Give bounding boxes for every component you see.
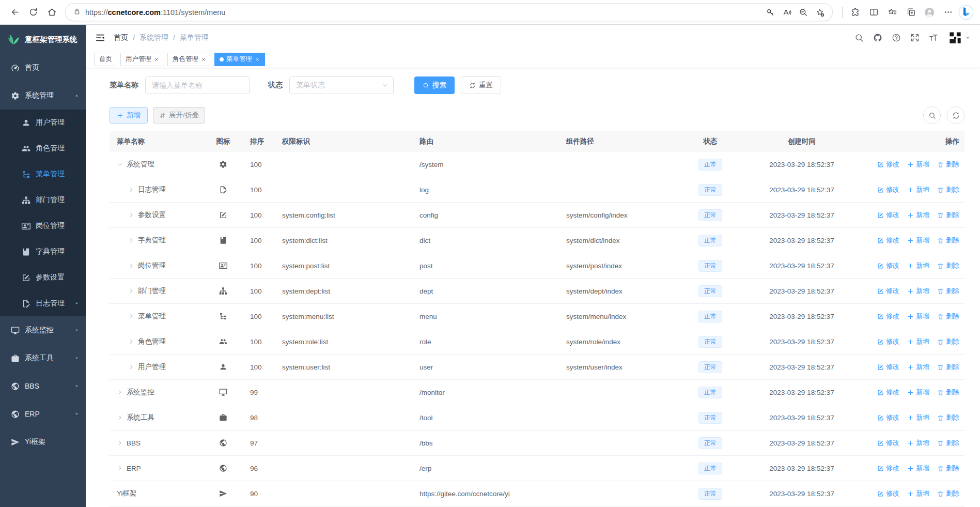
search-icon[interactable] [850, 29, 868, 47]
chevron-right-icon[interactable] [117, 440, 123, 446]
delete-action[interactable]: 删除 [937, 236, 959, 245]
sidebar-item-sys-tools[interactable]: 系统工具 [0, 344, 86, 372]
delete-action[interactable]: 删除 [937, 413, 959, 422]
profile-icon[interactable] [920, 3, 939, 22]
add-action[interactable]: 新增 [907, 438, 929, 448]
edit-action[interactable]: 修改 [877, 362, 899, 372]
delete-action[interactable]: 删除 [937, 489, 959, 498]
refresh-table-button[interactable] [947, 106, 965, 124]
edit-action[interactable]: 修改 [877, 438, 899, 448]
sidebar-item-erp[interactable]: ERP [0, 400, 86, 428]
question-icon[interactable] [888, 29, 905, 47]
add-action[interactable]: 新增 [907, 160, 929, 169]
split-icon[interactable] [864, 3, 883, 22]
delete-action[interactable]: 删除 [937, 464, 959, 473]
readaloud-icon[interactable] [779, 5, 795, 20]
tab-home[interactable]: 首页 [94, 53, 117, 66]
search-button[interactable]: 搜索 [414, 76, 455, 94]
edit-action[interactable]: 修改 [877, 185, 899, 194]
add-action[interactable]: 新增 [907, 261, 929, 270]
chevron-right-icon[interactable] [128, 364, 134, 370]
sidebar-item-yi-framework[interactable]: Yi框架 [0, 428, 86, 456]
delete-action[interactable]: 删除 [937, 210, 959, 220]
collections-icon[interactable] [901, 3, 920, 22]
breadcrumb-item[interactable]: 首页 [114, 33, 128, 42]
sidebar-item-sys-monitor[interactable]: 系统监控 [0, 316, 86, 344]
delete-action[interactable]: 删除 [937, 362, 959, 372]
chevron-right-icon[interactable] [117, 465, 123, 471]
sidebar-item-home[interactable]: 首页 [0, 54, 86, 82]
delete-action[interactable]: 删除 [937, 185, 959, 194]
more-icon[interactable] [939, 3, 957, 22]
user-avatar[interactable] [946, 29, 964, 47]
tab-user-mgmt[interactable]: 用户管理 [120, 53, 164, 66]
add-action[interactable]: 新增 [907, 388, 929, 397]
sidebar-item-post-mgmt[interactable]: 岗位管理 [0, 213, 86, 239]
add-action[interactable]: 新增 [907, 185, 929, 194]
edit-action[interactable]: 修改 [877, 210, 899, 220]
favstar-icon[interactable] [883, 3, 901, 22]
browser-home-button[interactable] [42, 3, 61, 22]
chevron-right-icon[interactable] [117, 389, 123, 395]
delete-action[interactable]: 删除 [937, 337, 959, 346]
chevron-right-icon[interactable] [128, 339, 134, 345]
chevron-right-icon[interactable] [128, 313, 134, 319]
sidebar-item-dict-mgmt[interactable]: 字典管理 [0, 239, 86, 265]
show-search-button[interactable] [923, 106, 941, 124]
chevron-down-icon[interactable] [117, 161, 123, 167]
browser-back-button[interactable] [5, 3, 24, 22]
chevron-right-icon[interactable] [128, 187, 134, 193]
edit-action[interactable]: 修改 [877, 464, 899, 473]
edit-action[interactable]: 修改 [877, 337, 899, 346]
lock-icon[interactable] [73, 7, 81, 18]
sidebar-item-role-mgmt[interactable]: 角色管理 [0, 135, 86, 161]
tab-role-mgmt[interactable]: 角色管理 [167, 53, 211, 66]
add-action[interactable]: 新增 [907, 210, 929, 220]
close-icon[interactable] [154, 57, 159, 62]
chevron-down-icon[interactable] [965, 35, 971, 41]
sidebar-item-log-mgmt[interactable]: 日志管理 [0, 290, 86, 316]
add-action[interactable]: 新增 [907, 413, 929, 422]
close-icon[interactable] [255, 57, 260, 62]
edit-action[interactable]: 修改 [877, 489, 899, 498]
edit-action[interactable]: 修改 [877, 388, 899, 397]
sidebar-item-menu-mgmt[interactable]: 菜单管理 [0, 161, 86, 187]
edit-action[interactable]: 修改 [877, 261, 899, 270]
edit-action[interactable]: 修改 [877, 286, 899, 296]
add-action[interactable]: 新增 [907, 362, 929, 372]
fullscreen-icon[interactable] [906, 29, 924, 47]
add-action[interactable]: 新增 [907, 286, 929, 296]
sidebar-item-config-setting[interactable]: 参数设置 [0, 265, 86, 290]
edit-action[interactable]: 修改 [877, 413, 899, 422]
sidebar-item-bbs[interactable]: BBS [0, 372, 86, 400]
add-action[interactable]: 新增 [907, 489, 929, 498]
delete-action[interactable]: 删除 [937, 286, 959, 296]
menu-name-input[interactable] [145, 76, 250, 94]
chevron-right-icon[interactable] [128, 288, 134, 294]
delete-action[interactable]: 删除 [937, 438, 959, 448]
delete-action[interactable]: 删除 [937, 160, 959, 169]
add-action[interactable]: 新增 [907, 464, 929, 473]
browser-reload-button[interactable] [24, 3, 42, 22]
tab-menu-mgmt[interactable]: 菜单管理 [214, 53, 265, 66]
bing-icon[interactable] [957, 4, 975, 21]
zoomout-icon[interactable] [795, 5, 812, 20]
starplus-icon[interactable] [812, 5, 828, 20]
add-action[interactable]: 新增 [907, 312, 929, 321]
sidebar-item-user-mgmt[interactable]: 用户管理 [0, 110, 86, 135]
extensions-icon[interactable] [846, 3, 864, 22]
status-select[interactable]: 菜单状态 [289, 76, 394, 94]
fontsize-icon[interactable] [925, 29, 942, 47]
chevron-right-icon[interactable] [128, 263, 134, 269]
sidebar-item-dept-mgmt[interactable]: 部门管理 [0, 187, 86, 213]
edit-action[interactable]: 修改 [877, 312, 899, 321]
add-button[interactable]: 新增 [110, 107, 148, 124]
sidebar-item-system-mgmt[interactable]: 系统管理 [0, 82, 86, 110]
edit-action[interactable]: 修改 [877, 160, 899, 169]
delete-action[interactable]: 删除 [937, 388, 959, 397]
github-icon[interactable] [869, 29, 886, 47]
reset-button[interactable]: 重置 [461, 76, 501, 94]
chevron-right-icon[interactable] [128, 212, 134, 218]
collapse-sidebar-icon[interactable] [95, 33, 105, 43]
edit-action[interactable]: 修改 [877, 236, 899, 245]
